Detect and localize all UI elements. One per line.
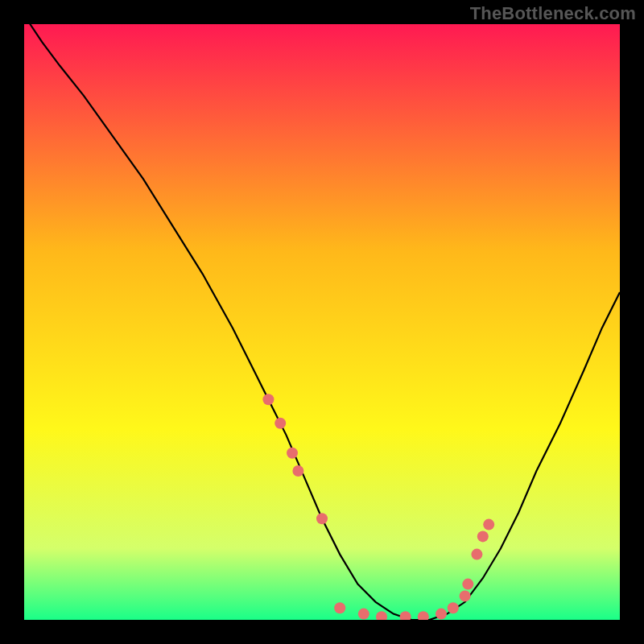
curve-marker [316,513,328,524]
curve-marker [334,602,345,613]
curve-marker [262,394,274,405]
curve-marker [483,519,494,530]
curve-marker [471,549,482,560]
curve-marker [462,579,473,590]
curve-marker [448,602,459,613]
curve-marker [460,590,471,601]
plot-area [24,24,620,620]
gradient-background [24,24,620,620]
curve-marker [477,530,489,542]
curve-marker [287,448,298,459]
curve-marker [292,465,303,477]
curve-marker [358,609,369,620]
curve-marker [436,609,447,620]
chart-frame: TheBottleneck.com [0,0,644,644]
curve-marker [275,418,286,429]
chart-svg [24,24,620,620]
attribution-text: TheBottleneck.com [470,3,636,24]
